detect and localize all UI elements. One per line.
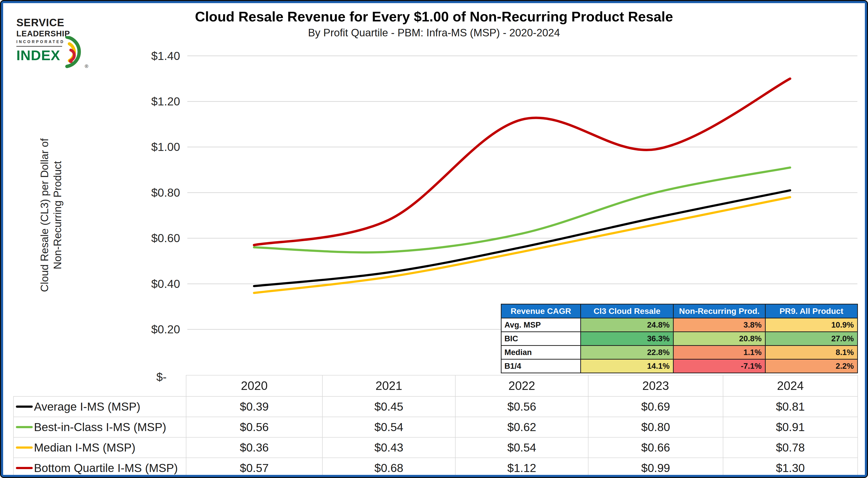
- chart-subtitle: By Profit Quartile - PBM: Infra-MS (MSP)…: [0, 27, 868, 39]
- cagr-value-cell: 36.3%: [581, 332, 674, 346]
- legend-cell: Median I-MS (MSP): [13, 437, 186, 458]
- value-cell: $0.80: [588, 417, 723, 437]
- revenue-cagr-table: Revenue CAGRCl3 Cloud ResaleNon-Recurrin…: [501, 304, 858, 373]
- table-row-average-i-ms-msp: Average I-MS (MSP)$0.39$0.45$0.56$0.69$0…: [13, 396, 858, 417]
- data-table: 20202021202220232024Average I-MS (MSP)$0…: [13, 375, 858, 478]
- table-row-median-i-ms-msp: Median I-MS (MSP)$0.36$0.43$0.54$0.66$0.…: [13, 437, 858, 458]
- year-header-cell-2023: 2023: [588, 375, 723, 396]
- cagr-value-cell: 20.8%: [674, 332, 766, 346]
- cagr-value-cell: 3.8%: [674, 318, 766, 332]
- value-cell: $0.66: [588, 437, 723, 458]
- cagr-value-cell: 22.8%: [581, 346, 674, 359]
- legend-line-marker: [16, 406, 33, 408]
- cagr-value-cell: 14.1%: [581, 359, 674, 373]
- legend-line-marker: [16, 446, 33, 449]
- y-tick-label: $0.20: [151, 323, 180, 336]
- cagr-row-b1-4: B1/414.1%-7.1%2.2%: [501, 359, 858, 373]
- cagr-header-cell-non-recurring-prod: Non-Recurring Prod.: [674, 304, 766, 318]
- y-axis-title-line: Cloud Resale (CL3) per Dollar of: [38, 138, 50, 292]
- series-line-best-in-class-i-ms-msp: [254, 167, 790, 253]
- cagr-label-cell: Avg. MSP: [501, 318, 581, 332]
- value-cell: $1.30: [723, 458, 858, 478]
- cagr-value-cell: 24.8%: [581, 318, 674, 332]
- chart-page: SERVICE LEADERSHIP INCORPORATED INDEX ® …: [0, 0, 868, 478]
- value-cell: $0.57: [186, 458, 322, 478]
- logo-divider: [17, 46, 62, 47]
- year-header-row: 20202021202220232024: [13, 375, 858, 396]
- value-cell: $0.56: [186, 417, 322, 437]
- y-axis-title-line: Non-Recurring Product: [52, 161, 63, 269]
- value-cell: $0.36: [186, 437, 322, 458]
- table-row-bottom-quartile-i-ms-msp: Bottom Quartile I-MS (MSP)$0.57$0.68$1.1…: [13, 458, 858, 478]
- value-cell: $0.81: [723, 396, 858, 417]
- legend-cell: Bottom Quartile I-MS (MSP): [13, 458, 186, 478]
- value-cell: $0.54: [322, 417, 455, 437]
- value-cell: $0.68: [322, 458, 455, 478]
- year-header-cell-2020: 2020: [186, 375, 322, 396]
- legend-cell: Average I-MS (MSP): [13, 396, 186, 417]
- value-cell: $0.43: [322, 437, 455, 458]
- chart-title: Cloud Resale Revenue for Every $1.00 of …: [0, 9, 868, 25]
- cagr-header-cell-cl3-cloud-resale: Cl3 Cloud Resale: [581, 304, 674, 318]
- cagr-label-cell: Median: [501, 346, 581, 359]
- cagr-value-cell: 27.0%: [766, 332, 858, 346]
- cagr-label-cell: B1/4: [501, 359, 581, 373]
- cagr-header-row: Revenue CAGRCl3 Cloud ResaleNon-Recurrin…: [501, 304, 858, 318]
- legend-line-marker: [16, 467, 33, 469]
- value-cell: $0.78: [723, 437, 858, 458]
- year-header-cell-2024: 2024: [723, 375, 858, 396]
- legend-label: Best-in-Class I-MS (MSP): [34, 420, 166, 434]
- value-cell: $0.69: [588, 396, 723, 417]
- value-cell: $0.56: [455, 396, 588, 417]
- y-tick-label: $1.40: [151, 50, 180, 62]
- table-row-best-in-class-i-ms-msp: Best-in-Class I-MS (MSP)$0.56$0.54$0.62$…: [13, 417, 858, 437]
- chart-titles: Cloud Resale Revenue for Every $1.00 of …: [0, 9, 868, 39]
- y-tick-label: $1.20: [151, 95, 180, 108]
- value-cell: $0.39: [186, 396, 322, 417]
- value-cell: $0.54: [455, 437, 588, 458]
- year-header-cell-2022: 2022: [455, 375, 588, 396]
- legend-label: Average I-MS (MSP): [34, 400, 141, 413]
- cagr-header-cell-revenue-cagr: Revenue CAGR: [501, 304, 581, 318]
- cagr-header-cell-pr9-all-product: PR9. All Product: [766, 304, 858, 318]
- year-header-cell-2021: 2021: [322, 375, 455, 396]
- cagr-row-avg-msp: Avg. MSP24.8%3.8%10.9%: [501, 318, 858, 332]
- value-cell: $0.99: [588, 458, 723, 478]
- cagr-label-cell: BIC: [501, 332, 581, 346]
- series-line-bottom-quartile-i-ms-msp: [254, 79, 790, 245]
- legend-label: Median I-MS (MSP): [34, 441, 135, 454]
- value-cell: $1.12: [455, 458, 588, 478]
- legend-line-marker: [16, 426, 33, 428]
- value-cell: $0.91: [723, 417, 858, 437]
- legend-cell: Best-in-Class I-MS (MSP): [13, 417, 186, 437]
- cagr-value-cell: 1.1%: [674, 346, 766, 359]
- y-tick-label: $0.60: [151, 232, 180, 245]
- corner-cell: [13, 375, 186, 396]
- registered-mark: ®: [85, 64, 88, 69]
- y-tick-label: $1.00: [151, 140, 180, 153]
- cagr-value-cell: -7.1%: [674, 359, 766, 373]
- legend-label: Bottom Quartile I-MS (MSP): [34, 461, 178, 475]
- service-leadership-index-logo: SERVICE LEADERSHIP INCORPORATED INDEX ®: [17, 17, 98, 62]
- cagr-value-cell: 8.1%: [766, 346, 858, 359]
- y-tick-label: $0.80: [151, 186, 180, 199]
- logo-arcs-icon: ®: [64, 36, 90, 70]
- y-tick-label: $0.40: [151, 278, 180, 290]
- cagr-value-cell: 2.2%: [766, 359, 858, 373]
- logo-service-text: SERVICE: [17, 17, 98, 28]
- cagr-row-bic: BIC36.3%20.8%27.0%: [501, 332, 858, 346]
- value-cell: $0.45: [322, 396, 455, 417]
- cagr-row-median: Median22.8%1.1%8.1%: [501, 346, 858, 359]
- cagr-value-cell: 10.9%: [766, 318, 858, 332]
- value-cell: $0.62: [455, 417, 588, 437]
